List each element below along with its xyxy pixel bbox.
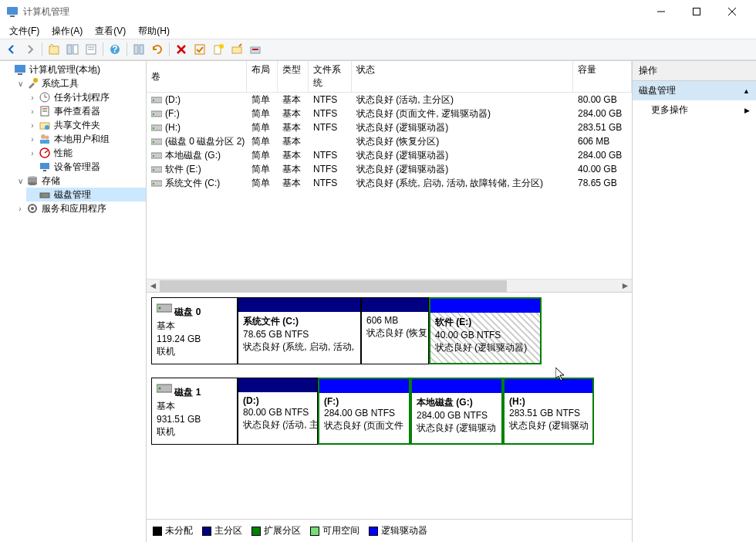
- perf-icon: [39, 147, 51, 159]
- svg-point-56: [153, 141, 154, 143]
- disk-row[interactable]: 磁盘 1基本931.51 GB联机(D:)80.00 GB NTFS状态良好 (…: [151, 378, 627, 445]
- col-layout[interactable]: 布局: [247, 61, 278, 92]
- legend-free-swatch: [310, 527, 319, 536]
- svg-point-20: [219, 44, 224, 49]
- svg-rect-0: [7, 7, 18, 15]
- users-icon: [39, 133, 51, 145]
- disk-icon: [157, 303, 172, 313]
- properties-button[interactable]: [83, 41, 100, 58]
- partition[interactable]: (D:)80.00 GB NTFS状态良好 (活动, 主: [238, 378, 318, 445]
- disk-row[interactable]: 磁盘 0基本119.24 GB联机系统文件 (C:)78.65 GB NTFS状…: [151, 297, 627, 365]
- svg-point-26: [33, 78, 38, 83]
- menu-action[interactable]: 操作(A): [46, 23, 89, 39]
- partition[interactable]: 系统文件 (C:)78.65 GB NTFS状态良好 (系统, 启动, 活动,: [238, 297, 361, 364]
- volume-row[interactable]: 本地磁盘 (G:)简单基本NTFS状态良好 (逻辑驱动器)284.00 GB: [147, 148, 632, 162]
- tree-task[interactable]: ›任务计划程序: [26, 90, 146, 104]
- disk-info[interactable]: 磁盘 1基本931.51 GB联机: [151, 378, 238, 445]
- minimize-button[interactable]: [643, 0, 679, 23]
- devmgr-icon: [39, 161, 51, 173]
- menu-file[interactable]: 文件(F): [3, 23, 46, 39]
- forward-button[interactable]: [22, 41, 39, 58]
- tree-panel[interactable]: 计算机管理(本地) ∨系统工具 ›任务计划程序 ›事件查看器 ›共享文件夹 ›本…: [0, 61, 147, 542]
- menubar: 文件(F) 操作(A) 查看(V) 帮助(H): [0, 23, 756, 39]
- drive-icon: [151, 151, 162, 160]
- detach-button[interactable]: [247, 41, 264, 58]
- tree-root[interactable]: 计算机管理(本地): [2, 63, 146, 76]
- check-button[interactable]: [191, 41, 208, 58]
- menu-view[interactable]: 查看(V): [89, 23, 132, 39]
- svg-rect-18: [195, 45, 204, 54]
- actions-more[interactable]: 更多操作▶: [633, 100, 756, 120]
- col-volume[interactable]: 卷: [147, 61, 247, 92]
- clock-icon: [39, 91, 51, 103]
- tree-services[interactable]: ›服务和应用程序: [14, 202, 146, 215]
- col-type[interactable]: 类型: [278, 61, 309, 92]
- tree-diskmgmt[interactable]: 磁盘管理: [26, 188, 146, 202]
- svg-point-44: [28, 182, 37, 185]
- partition[interactable]: (F:)284.00 GB NTFS状态良好 (页面文件: [318, 378, 410, 445]
- up-button[interactable]: [46, 41, 62, 58]
- scroll-right-icon[interactable]: ►: [619, 279, 632, 293]
- svg-rect-14: [134, 45, 138, 54]
- svg-point-36: [46, 136, 49, 140]
- svg-point-66: [159, 388, 161, 390]
- drive-icon: [151, 123, 162, 132]
- close-button[interactable]: [714, 0, 750, 23]
- svg-rect-8: [73, 45, 78, 54]
- new-button[interactable]: [210, 41, 227, 58]
- volume-row[interactable]: (磁盘 0 磁盘分区 2)简单基本状态良好 (恢复分区)606 MB: [147, 134, 632, 148]
- refresh-button[interactable]: [130, 41, 147, 58]
- volume-row[interactable]: (D:)简单基本NTFS状态良好 (活动, 主分区)80.00 GB: [147, 93, 632, 107]
- svg-point-54: [153, 127, 154, 129]
- svg-rect-21: [232, 47, 241, 53]
- tree-perf[interactable]: ›性能: [26, 146, 146, 160]
- legend-unalloc-swatch: [153, 527, 162, 536]
- tree-devmgr[interactable]: 设备管理器: [26, 160, 146, 174]
- hscrollbar[interactable]: ◄ ►: [147, 279, 632, 292]
- collapse-icon: ▲: [743, 87, 750, 95]
- volume-row[interactable]: (F:)简单基本NTFS状态良好 (页面文件, 逻辑驱动器)284.00 GB: [147, 107, 632, 120]
- tree-shared[interactable]: ›共享文件夹: [26, 118, 146, 132]
- show-hide-tree-button[interactable]: [64, 41, 81, 58]
- actions-head: 操作: [633, 61, 756, 81]
- partition[interactable]: 606 MB状态良好 (恢复: [361, 297, 429, 364]
- maximize-button[interactable]: [679, 0, 714, 23]
- partition[interactable]: (H:)283.51 GB NTFS状态良好 (逻辑驱动: [503, 378, 594, 445]
- volume-row[interactable]: 软件 (E:)简单基本NTFS状态良好 (逻辑驱动器)40.00 GB: [147, 162, 632, 176]
- disk-icon: [157, 383, 172, 394]
- volume-list[interactable]: 卷 布局 类型 文件系统 状态 容量 (D:)简单基本NTFS状态良好 (活动,…: [147, 61, 632, 293]
- col-capacity[interactable]: 容量: [573, 61, 632, 92]
- volume-list-header[interactable]: 卷 布局 类型 文件系统 状态 容量: [147, 61, 632, 93]
- scroll-left-icon[interactable]: ◄: [147, 279, 160, 293]
- disk-info[interactable]: 磁盘 0基本119.24 GB联机: [151, 297, 238, 364]
- rescan-button[interactable]: [149, 41, 166, 58]
- delete-button[interactable]: [173, 41, 190, 58]
- actions-diskmgmt[interactable]: 磁盘管理▲: [633, 81, 756, 100]
- volume-row[interactable]: 系统文件 (C:)简单基本NTFS状态良好 (系统, 启动, 活动, 故障转储,…: [147, 176, 632, 190]
- col-fs[interactable]: 文件系统: [309, 61, 352, 92]
- window-title: 计算机管理: [23, 5, 643, 19]
- legend: 未分配 主分区 扩展分区 可用空间 逻辑驱动器: [147, 519, 632, 542]
- disk-graphical-view[interactable]: 磁盘 0基本119.24 GB联机系统文件 (C:)78.65 GB NTFS状…: [147, 293, 632, 519]
- computer-icon: [14, 63, 26, 76]
- attach-button[interactable]: [228, 41, 245, 58]
- help-button[interactable]: ?: [106, 41, 123, 58]
- tree-storage[interactable]: ∨存储: [14, 174, 146, 188]
- tree-event[interactable]: ›事件查看器: [26, 104, 146, 118]
- toolbar: ?: [0, 39, 756, 60]
- tree-users[interactable]: ›本地用户和组: [26, 132, 146, 146]
- back-button[interactable]: [3, 41, 20, 58]
- svg-rect-3: [694, 8, 700, 15]
- tree-systools[interactable]: ∨系统工具: [14, 76, 146, 90]
- partition[interactable]: 软件 (E:)40.00 GB NTFS状态良好 (逻辑驱动器): [429, 297, 542, 364]
- col-status[interactable]: 状态: [352, 61, 573, 92]
- svg-point-62: [153, 183, 154, 185]
- svg-rect-37: [40, 140, 49, 144]
- menu-help[interactable]: 帮助(H): [132, 23, 176, 39]
- svg-point-50: [153, 100, 154, 101]
- partition[interactable]: 本地磁盘 (G:)284.00 GB NTFS状态良好 (逻辑驱动: [410, 378, 503, 445]
- svg-point-52: [153, 113, 154, 115]
- scroll-thumb[interactable]: [160, 280, 507, 292]
- volume-row[interactable]: (H:)简单基本NTFS状态良好 (逻辑驱动器)283.51 GB: [147, 120, 632, 134]
- legend-logical-label: 逻辑驱动器: [381, 524, 427, 537]
